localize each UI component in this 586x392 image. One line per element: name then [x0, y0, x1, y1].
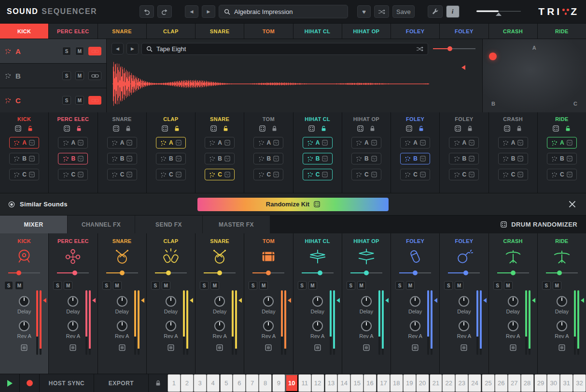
channel-volume-slider[interactable] [302, 270, 334, 276]
channel-solo-button[interactable]: S [151, 281, 160, 290]
meter-marker[interactable] [532, 298, 535, 303]
layer-solo-button[interactable]: S [62, 47, 71, 55]
layer-mute-button[interactable]: M [75, 47, 84, 55]
channel-volume-slider[interactable] [399, 270, 431, 276]
pad-tab-crash-11[interactable]: CRASH [489, 24, 537, 39]
step-4[interactable]: 4 [207, 374, 220, 392]
mixer-channel-snare-5[interactable]: SNARESMDelayRev A [195, 233, 244, 374]
channel-volume-slider[interactable] [497, 270, 529, 276]
pad-tab-hihat-op-8[interactable]: HIHAT OP [342, 24, 391, 39]
lock-open-icon[interactable] [565, 125, 571, 132]
reverb-knob[interactable] [312, 321, 323, 331]
reverb-knob[interactable] [508, 321, 518, 331]
channel-mute-button[interactable]: M [308, 281, 317, 290]
channel-solo-button[interactable]: S [493, 281, 502, 290]
layer-mute-button[interactable]: M [75, 71, 84, 80]
step-17[interactable]: 17 [377, 374, 390, 392]
info-button[interactable]: i [446, 5, 460, 18]
reverb-knob[interactable] [459, 321, 469, 331]
channel-solo-button[interactable]: S [4, 281, 13, 290]
kit-cell-foley-a[interactable]: A [400, 137, 430, 149]
tab-mixer[interactable]: MIXER [0, 216, 67, 233]
pad-tab-foley-10[interactable]: FOLEY [440, 24, 488, 39]
kit-randomize-button[interactable] [210, 125, 217, 132]
sample-shuffle-icon[interactable] [416, 46, 423, 52]
channel-output-button[interactable] [412, 344, 419, 351]
kit-cell-ride-b[interactable]: B [547, 153, 577, 164]
reverb-knob[interactable] [68, 321, 78, 331]
mixer-channel-foley-10[interactable]: FOLEYSMDelayRev A [440, 233, 488, 374]
pad-tab-clap-4[interactable]: CLAP [147, 24, 195, 39]
reverb-knob[interactable] [117, 321, 127, 331]
channel-output-button[interactable] [216, 344, 223, 351]
delay-knob[interactable] [557, 296, 567, 307]
next-sample-button[interactable]: ▶ [126, 43, 139, 54]
pad-tab-tom-6[interactable]: TOM [244, 24, 293, 39]
tab-channel-fx[interactable]: CHANNEL FX [68, 216, 135, 233]
layer-link-button[interactable] [88, 47, 101, 55]
step-28[interactable]: 28 [521, 374, 534, 392]
kit-cell-clap-b[interactable]: B [156, 153, 186, 164]
kit-cell-hihat-op-a[interactable]: A [351, 137, 381, 149]
delay-knob[interactable] [263, 296, 274, 307]
channel-mute-button[interactable]: M [210, 281, 219, 290]
close-button[interactable] [568, 200, 576, 208]
step-24[interactable]: 24 [468, 374, 481, 392]
mixer-channel-hihat-cl-7[interactable]: HIHAT CLSMDelayRev A [293, 233, 342, 374]
redo-button[interactable] [157, 5, 172, 18]
mixer-channel-ride-12[interactable]: RIDESMDelayRev A [538, 233, 586, 374]
shuffle-preset-button[interactable] [374, 5, 389, 18]
layer-solo-button[interactable]: S [62, 96, 71, 105]
channel-mute-button[interactable]: M [455, 281, 463, 290]
step-30[interactable]: 30 [547, 374, 560, 392]
kit-cell-crash-c[interactable]: C [498, 169, 528, 180]
lock-open-icon[interactable] [174, 125, 180, 132]
channel-mute-button[interactable]: M [162, 281, 170, 290]
delay-knob[interactable] [312, 296, 323, 307]
kit-randomize-button[interactable] [504, 125, 510, 132]
reverb-knob[interactable] [557, 321, 567, 331]
lock-open-icon[interactable] [76, 125, 82, 132]
reverb-knob[interactable] [166, 321, 176, 331]
prev-preset-button[interactable]: ◀ [185, 5, 198, 18]
similar-sounds-icon[interactable] [8, 201, 15, 208]
pad-tab-ride-12[interactable]: RIDE [538, 24, 586, 39]
step-9[interactable]: 9 [272, 374, 285, 392]
step-7[interactable]: 7 [246, 374, 259, 392]
kit-cell-snare-b[interactable]: B [205, 153, 235, 164]
step-20[interactable]: 20 [416, 374, 429, 392]
kit-cell-clap-c[interactable]: C [156, 169, 186, 180]
delay-knob[interactable] [68, 296, 78, 307]
kit-cell-tom-b[interactable]: B [253, 153, 283, 164]
channel-output-button[interactable] [510, 344, 516, 351]
kit-cell-foley-a[interactable]: A [449, 137, 479, 149]
kit-cell-hihat-cl-a[interactable]: A [303, 137, 333, 149]
step-15[interactable]: 15 [350, 374, 363, 392]
pad-tab-kick-1[interactable]: KICK [0, 24, 48, 39]
lock-open-icon[interactable] [223, 125, 229, 132]
kit-cell-kick-b[interactable]: B [9, 153, 39, 164]
reverb-knob[interactable] [263, 321, 274, 331]
channel-mute-button[interactable]: M [15, 281, 24, 290]
kit-cell-foley-c[interactable]: C [449, 169, 479, 180]
kit-cell-hihat-cl-c[interactable]: C [303, 169, 333, 180]
pad-tab-snare-3[interactable]: SNARE [98, 24, 146, 39]
settings-button[interactable] [428, 5, 443, 18]
undo-button[interactable] [140, 5, 154, 18]
channel-volume-slider[interactable] [350, 270, 382, 276]
step-29[interactable]: 29 [534, 374, 547, 392]
delay-knob[interactable] [410, 296, 420, 307]
step-1[interactable]: 1 [167, 374, 181, 392]
step-14[interactable]: 14 [337, 374, 350, 392]
lock-closed-icon[interactable] [271, 125, 278, 132]
master-fader[interactable] [475, 6, 522, 17]
tab-master-fx[interactable]: MASTER FX [203, 216, 270, 233]
slider-handle[interactable] [413, 270, 418, 275]
next-preset-button[interactable]: ▶ [202, 5, 215, 18]
channel-solo-button[interactable]: S [200, 281, 209, 290]
step-6[interactable]: 6 [233, 374, 246, 392]
pad-tab-hihat-cl-7[interactable]: HIHAT CL [293, 24, 342, 39]
channel-output-button[interactable] [119, 344, 126, 351]
prev-sample-button[interactable]: ◀ [112, 43, 124, 54]
drum-randomizer-button[interactable]: DRUM RANDOMIZER [501, 216, 586, 233]
